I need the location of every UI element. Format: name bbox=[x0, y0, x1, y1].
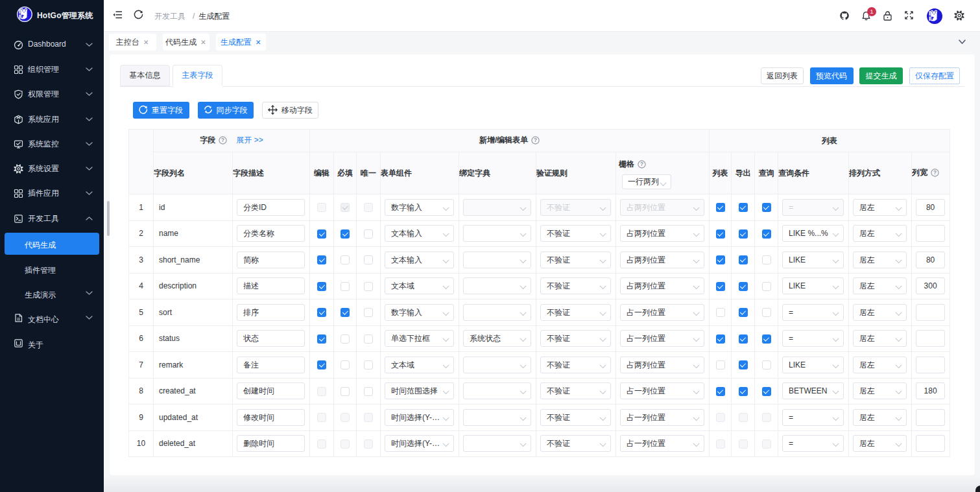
svg-text:?: ? bbox=[221, 137, 224, 143]
svg-text:?: ? bbox=[640, 161, 643, 167]
svg-text:?: ? bbox=[534, 137, 537, 143]
svg-text:?: ? bbox=[933, 170, 937, 176]
